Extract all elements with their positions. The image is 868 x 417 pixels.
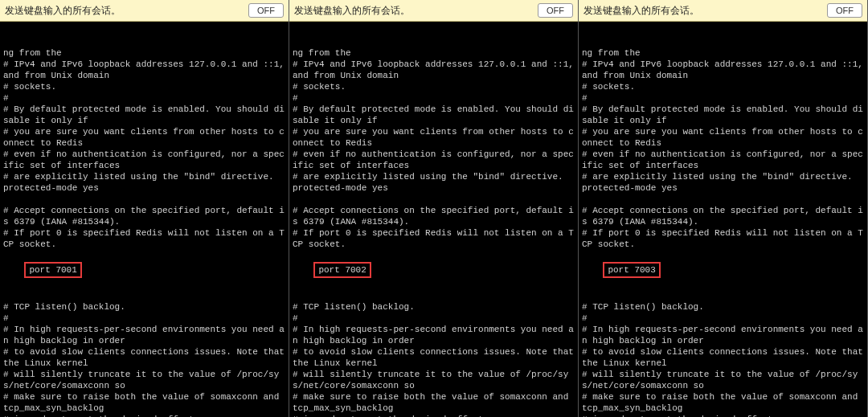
terminal-output[interactable]: ng from the # IPv4 and IPv6 loopback add… (0, 22, 289, 417)
port-highlight: port 7002 (313, 262, 371, 278)
port-highlight: port 7001 (24, 262, 81, 278)
config-text-top: ng from the # IPv4 and IPv6 loopback add… (582, 47, 864, 250)
broadcast-header: 发送键盘输入的所有会话。 OFF (0, 0, 289, 22)
broadcast-off-button[interactable]: OFF (827, 3, 862, 18)
broadcast-header: 发送键盘输入的所有会话。 OFF (579, 0, 867, 22)
broadcast-label: 发送键盘输入的所有会话。 (583, 4, 699, 18)
terminal-pane-3: 发送键盘输入的所有会话。 OFF ng from the # IPv4 and … (579, 0, 868, 417)
port-highlight: port 7003 (603, 262, 660, 278)
broadcast-off-button[interactable]: OFF (538, 3, 573, 18)
config-text-bottom: # TCP listen() backlog. # # In high requ… (582, 290, 864, 417)
config-text-bottom: # TCP listen() backlog. # # In high requ… (293, 290, 575, 417)
terminal-pane-2: 发送键盘输入的所有会话。 OFF ng from the # IPv4 and … (289, 0, 579, 417)
broadcast-off-button[interactable]: OFF (248, 3, 284, 18)
config-text-top: ng from the # IPv4 and IPv6 loopback add… (293, 47, 575, 250)
config-text-top: ng from the # IPv4 and IPv6 loopback add… (3, 47, 285, 250)
broadcast-label: 发送键盘输入的所有会话。 (294, 4, 410, 18)
terminal-output[interactable]: ng from the # IPv4 and IPv6 loopback add… (579, 22, 867, 417)
broadcast-header: 发送键盘输入的所有会话。 OFF (289, 0, 578, 22)
config-text-bottom: # TCP listen() backlog. # # In high requ… (3, 290, 285, 417)
terminal-pane-1: 发送键盘输入的所有会话。 OFF ng from the # IPv4 and … (0, 0, 289, 417)
terminal-output[interactable]: ng from the # IPv4 and IPv6 loopback add… (289, 22, 578, 417)
broadcast-label: 发送键盘输入的所有会话。 (5, 4, 121, 18)
